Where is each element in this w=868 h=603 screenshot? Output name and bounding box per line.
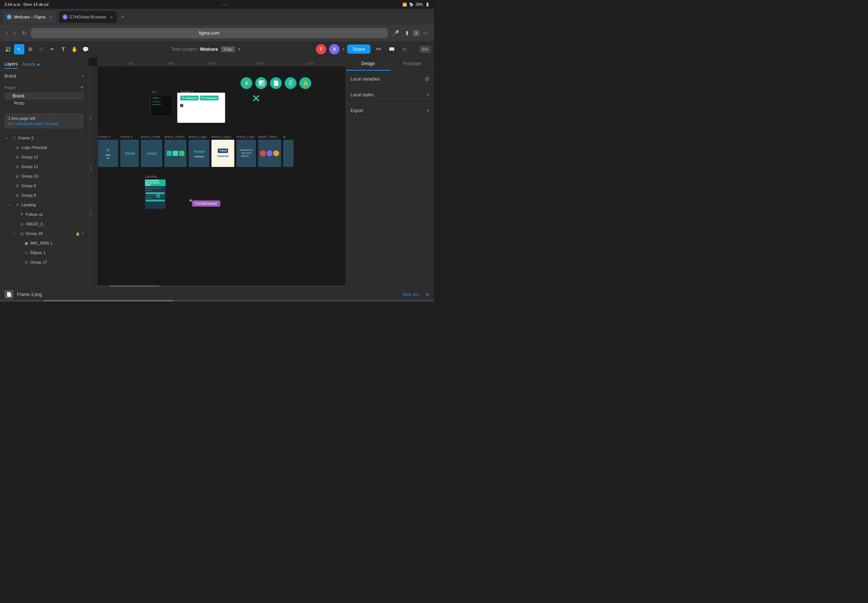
bottom-bar: 📄 Frame 3.png Abrir en... ✕ (0, 287, 434, 302)
shape-tool[interactable]: □ (36, 44, 46, 54)
layer-landing[interactable]: ▾ # Landing (0, 200, 88, 210)
follow-icon: T (19, 212, 24, 216)
avatar-chevron[interactable]: ▾ (342, 47, 344, 51)
layer-logo-principal[interactable]: › ⊞ Logo Principal (0, 143, 88, 152)
local-styles-header[interactable]: Local styles + (351, 91, 430, 98)
layer-group12[interactable]: ⊞ Group 12 (0, 152, 88, 162)
layer-group8[interactable]: ⊞ Group 8 (0, 190, 88, 200)
eth-tab-close[interactable]: ✕ (110, 15, 113, 19)
book-button[interactable]: 📖 (387, 44, 397, 54)
play-button[interactable]: ▷ (400, 44, 410, 54)
dropdown-icon[interactable]: ▾ (238, 47, 240, 52)
share-button[interactable]: Share (347, 45, 370, 54)
group10-icon: ⊞ (15, 174, 20, 178)
page-proto[interactable]: Proto (5, 100, 84, 107)
more-browser-button[interactable]: ··· (422, 28, 430, 38)
local-variables-header[interactable]: Local variables ⚙ (351, 76, 430, 82)
tab-layers[interactable]: Layers (5, 60, 18, 69)
pages-add-button[interactable]: + (80, 84, 84, 91)
export-header[interactable]: Export + (351, 107, 430, 114)
figma-tab-label: Medcare – Figma (14, 15, 46, 19)
brand-logo-label: Brand_Logo (189, 135, 207, 139)
frame-tool[interactable]: ⊞ (25, 44, 35, 54)
open-in-button[interactable]: Abrir en... (402, 292, 421, 297)
app-icon-3[interactable]: 📄 (270, 77, 282, 89)
xmlid-label: XMLID_3_ (26, 222, 85, 226)
tab-assets[interactable]: Assets (22, 60, 39, 68)
layer-group18[interactable]: ▾ ⊞ Group 18 🔒 👁 (0, 229, 88, 238)
local-styles-add-button[interactable]: + (426, 91, 430, 98)
battery-icon: 🔋 (425, 3, 430, 7)
lock-icon[interactable]: 🔒 (76, 232, 80, 236)
select-tool[interactable]: ↖ (14, 44, 24, 54)
brand-logo-container[interactable]: Brand_Logo ✕med medcare (189, 140, 209, 167)
figma-tab-close[interactable]: ✕ (49, 15, 52, 19)
comment-tool[interactable]: 💬 (80, 44, 90, 54)
frame3-small-container[interactable]: Frame 3 ✕med (120, 140, 139, 167)
share-browser-button[interactable]: ⬆ (403, 28, 411, 38)
tab-prototype[interactable]: Prototype (390, 57, 434, 71)
layer-ellipse1[interactable]: ⊙ Ellipse 1 (0, 248, 88, 257)
hand-tool[interactable]: ✋ (69, 44, 79, 54)
frame4-label: Frame 4 (98, 135, 110, 139)
pen-tool[interactable]: ✒ (47, 44, 57, 54)
brand-logo3-container[interactable]: Brand_Logo Prepaid Font Sans SerifBold e… (237, 140, 256, 167)
layer-group9[interactable]: ⊞ Group 9 (0, 181, 88, 190)
canvas-area[interactable]: 2500 5000 7500 10000 12500 2500 5000 750… (88, 57, 346, 287)
wifi-icon: 📶 (402, 3, 407, 7)
brand-colors-container[interactable]: Brand_Colors (164, 140, 186, 167)
url-bar[interactable]: figma.com (31, 28, 388, 38)
brand-b-bg (283, 140, 294, 167)
brand-logo2-container[interactable]: Brand_Logo2 ✕med ✕medcare (212, 140, 234, 167)
free-notice-link[interactable]: Get unlimited pages & more (8, 121, 80, 126)
back-button[interactable]: ‹ (5, 28, 9, 38)
browser-tab-figma[interactable]: F Medcare – Figma ✕ (3, 11, 56, 23)
local-variables-section: Local variables ⚙ (346, 71, 434, 87)
layer-xmlid3[interactable]: ⊞ XMLID_3_ (0, 219, 88, 229)
xmlid-icon: ⊞ (19, 222, 24, 226)
text-tool[interactable]: T (58, 44, 68, 54)
brand-b-container[interactable]: B (283, 140, 294, 167)
group18-actions: 🔒 👁 (76, 232, 85, 236)
layer-img0065[interactable]: ▣ IMG_0065 1 (0, 238, 88, 248)
brand-team-container[interactable]: Brand_Team (258, 140, 281, 167)
frame4-container[interactable]: Frame 4 ✕ med care (98, 140, 118, 167)
tab-design[interactable]: Design (346, 57, 390, 71)
eth-tab-label: ETHGlobal Brussels (70, 15, 106, 19)
frame2-content[interactable]: ✕ medcare ✕ medcare (177, 93, 225, 123)
app-icon-4[interactable]: 🗄 (285, 77, 296, 89)
layer-follow-us[interactable]: T Follow us (0, 210, 88, 219)
ellipse-icon: ⊙ (23, 251, 29, 255)
local-styles-label: Local styles (351, 92, 374, 97)
eye-icon[interactable]: 👁 (81, 232, 85, 236)
nav-right: 🎤 ⬆ 2 ··· (391, 28, 430, 38)
free-badge: Free (221, 46, 235, 52)
app-icon-5[interactable]: 🔒 (299, 77, 311, 89)
tab-count-badge[interactable]: 2 (413, 30, 420, 36)
follow-us-label: Follow us (26, 212, 85, 216)
reload-button[interactable]: ↻ (20, 28, 28, 38)
add-tab-button[interactable]: + (121, 14, 124, 20)
frame1-content[interactable]: ✕✕✕ medcare medcare (150, 95, 172, 116)
code-button[interactable]: </> (373, 44, 384, 54)
zoom-button[interactable]: 5% (419, 46, 431, 53)
right-panel: Design Prototype Local variables ⚙ Local… (346, 57, 434, 287)
layer-group10[interactable]: ⊞ Group 10 (0, 171, 88, 181)
local-variables-settings-icon[interactable]: ⚙ (424, 76, 430, 82)
app-icon-1[interactable]: ⚡ (241, 77, 252, 89)
layer-frame3[interactable]: ▾ # Frame 3 (0, 133, 88, 143)
brand-cover-container[interactable]: Brand_Cover ✕med (141, 140, 162, 167)
left-tools: ↖ ⊞ □ ✒ T ✋ 💬 (3, 44, 90, 54)
forward-button[interactable]: › (12, 28, 17, 38)
layer-group11[interactable]: ⊞ Group 11 (0, 162, 88, 171)
page-check-icon: ✓ (7, 94, 9, 98)
export-label: Export (351, 108, 364, 113)
app-icon-2[interactable]: 📊 (255, 77, 267, 89)
menu-button[interactable] (3, 44, 13, 54)
layer-group17[interactable]: ⊞ Group 17 (0, 257, 88, 267)
bottom-close-button[interactable]: ✕ (425, 292, 430, 297)
page-brand[interactable]: ✓ Brand (5, 92, 84, 100)
mic-button[interactable]: 🎤 (391, 28, 401, 38)
browser-tab-eth[interactable]: E ETHGlobal Brussels ✕ (59, 11, 117, 23)
export-add-button[interactable]: + (426, 107, 430, 114)
